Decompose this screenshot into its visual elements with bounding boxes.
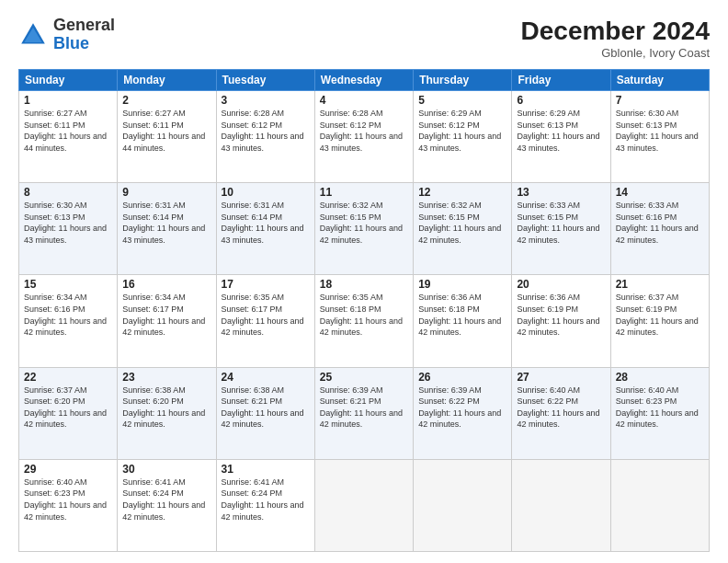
day-number: 9 xyxy=(122,186,210,199)
week-row-3: 15 Sunrise: 6:34 AMSunset: 6:16 PMDaylig… xyxy=(19,275,710,367)
day-number: 27 xyxy=(517,371,605,384)
day-number: 17 xyxy=(222,278,310,291)
day-number: 5 xyxy=(418,94,506,107)
day-number: 2 xyxy=(122,94,210,107)
header: General Blue December 2024 Gblonle, Ivor… xyxy=(18,17,710,60)
empty-cell xyxy=(512,459,610,551)
day-info: Sunrise: 6:38 AMSunset: 6:20 PMDaylight:… xyxy=(122,385,205,430)
day-cell-1: 1 Sunrise: 6:27 AMSunset: 6:11 PMDayligh… xyxy=(19,91,118,183)
day-info: Sunrise: 6:27 AMSunset: 6:11 PMDaylight:… xyxy=(122,109,205,153)
day-info: Sunrise: 6:38 AMSunset: 6:21 PMDaylight:… xyxy=(222,385,304,430)
day-info: Sunrise: 6:34 AMSunset: 6:16 PMDaylight:… xyxy=(24,293,107,337)
day-info: Sunrise: 6:35 AMSunset: 6:17 PMDaylight:… xyxy=(222,293,304,337)
day-number: 14 xyxy=(616,186,704,199)
day-info: Sunrise: 6:40 AMSunset: 6:23 PMDaylight:… xyxy=(24,477,107,522)
day-number: 21 xyxy=(616,278,704,291)
day-number: 1 xyxy=(24,94,112,107)
logo-icon xyxy=(18,20,48,50)
page: General Blue December 2024 Gblonle, Ivor… xyxy=(0,0,728,563)
day-number: 3 xyxy=(222,94,310,107)
day-cell-26: 26 Sunrise: 6:39 AMSunset: 6:22 PMDaylig… xyxy=(414,367,512,459)
day-info: Sunrise: 6:33 AMSunset: 6:16 PMDaylight:… xyxy=(616,201,699,245)
day-number: 4 xyxy=(320,94,408,107)
day-cell-17: 17 Sunrise: 6:35 AMSunset: 6:17 PMDaylig… xyxy=(216,275,314,367)
location: Gblonle, Ivory Coast xyxy=(521,46,710,60)
day-number: 12 xyxy=(418,186,506,199)
day-cell-8: 8 Sunrise: 6:30 AMSunset: 6:13 PMDayligh… xyxy=(19,183,118,275)
day-info: Sunrise: 6:32 AMSunset: 6:15 PMDaylight:… xyxy=(320,201,403,245)
calendar: Sunday Monday Tuesday Wednesday Thursday… xyxy=(18,69,710,552)
logo: General Blue xyxy=(18,17,115,53)
day-number: 11 xyxy=(320,186,408,199)
empty-cell xyxy=(414,459,512,551)
day-cell-18: 18 Sunrise: 6:35 AMSunset: 6:18 PMDaylig… xyxy=(314,275,413,367)
day-number: 18 xyxy=(320,278,408,291)
day-info: Sunrise: 6:39 AMSunset: 6:22 PMDaylight:… xyxy=(418,385,501,430)
day-number: 31 xyxy=(222,463,310,476)
day-number: 6 xyxy=(517,94,605,107)
header-row: Sunday Monday Tuesday Wednesday Thursday… xyxy=(19,70,710,91)
week-row-4: 22 Sunrise: 6:37 AMSunset: 6:20 PMDaylig… xyxy=(19,367,710,459)
col-thursday: Thursday xyxy=(414,70,512,91)
logo-text: General Blue xyxy=(53,17,115,53)
day-cell-15: 15 Sunrise: 6:34 AMSunset: 6:16 PMDaylig… xyxy=(19,275,118,367)
day-cell-20: 20 Sunrise: 6:36 AMSunset: 6:19 PMDaylig… xyxy=(512,275,610,367)
day-info: Sunrise: 6:36 AMSunset: 6:19 PMDaylight:… xyxy=(517,293,599,337)
col-monday: Monday xyxy=(118,70,216,91)
day-info: Sunrise: 6:31 AMSunset: 6:14 PMDaylight:… xyxy=(122,201,205,245)
col-tuesday: Tuesday xyxy=(216,70,314,91)
day-info: Sunrise: 6:35 AMSunset: 6:18 PMDaylight:… xyxy=(320,293,403,337)
day-number: 28 xyxy=(616,371,704,384)
day-number: 7 xyxy=(616,94,704,107)
title-area: December 2024 Gblonle, Ivory Coast xyxy=(521,17,710,60)
day-info: Sunrise: 6:29 AMSunset: 6:13 PMDaylight:… xyxy=(517,109,599,153)
day-info: Sunrise: 6:37 AMSunset: 6:20 PMDaylight:… xyxy=(24,385,107,430)
day-cell-13: 13 Sunrise: 6:33 AMSunset: 6:15 PMDaylig… xyxy=(512,183,610,275)
day-cell-6: 6 Sunrise: 6:29 AMSunset: 6:13 PMDayligh… xyxy=(512,91,610,183)
day-number: 23 xyxy=(122,371,210,384)
day-number: 15 xyxy=(24,278,112,291)
week-row-2: 8 Sunrise: 6:30 AMSunset: 6:13 PMDayligh… xyxy=(19,183,710,275)
day-cell-11: 11 Sunrise: 6:32 AMSunset: 6:15 PMDaylig… xyxy=(314,183,413,275)
day-info: Sunrise: 6:29 AMSunset: 6:12 PMDaylight:… xyxy=(418,109,501,153)
day-info: Sunrise: 6:40 AMSunset: 6:22 PMDaylight:… xyxy=(517,385,599,430)
week-row-1: 1 Sunrise: 6:27 AMSunset: 6:11 PMDayligh… xyxy=(19,91,710,183)
day-info: Sunrise: 6:40 AMSunset: 6:23 PMDaylight:… xyxy=(616,385,699,430)
day-cell-23: 23 Sunrise: 6:38 AMSunset: 6:20 PMDaylig… xyxy=(118,367,216,459)
col-sunday: Sunday xyxy=(19,70,118,91)
day-cell-14: 14 Sunrise: 6:33 AMSunset: 6:16 PMDaylig… xyxy=(610,183,709,275)
day-cell-2: 2 Sunrise: 6:27 AMSunset: 6:11 PMDayligh… xyxy=(118,91,216,183)
col-friday: Friday xyxy=(512,70,610,91)
day-cell-30: 30 Sunrise: 6:41 AMSunset: 6:24 PMDaylig… xyxy=(118,459,216,551)
day-info: Sunrise: 6:28 AMSunset: 6:12 PMDaylight:… xyxy=(222,109,304,153)
day-info: Sunrise: 6:30 AMSunset: 6:13 PMDaylight:… xyxy=(616,109,699,153)
day-cell-5: 5 Sunrise: 6:29 AMSunset: 6:12 PMDayligh… xyxy=(414,91,512,183)
week-row-5: 29 Sunrise: 6:40 AMSunset: 6:23 PMDaylig… xyxy=(19,459,710,551)
day-info: Sunrise: 6:32 AMSunset: 6:15 PMDaylight:… xyxy=(418,201,501,245)
day-number: 19 xyxy=(418,278,506,291)
day-cell-25: 25 Sunrise: 6:39 AMSunset: 6:21 PMDaylig… xyxy=(314,367,413,459)
day-info: Sunrise: 6:41 AMSunset: 6:24 PMDaylight:… xyxy=(222,477,304,522)
logo-general: General xyxy=(53,16,115,34)
day-cell-4: 4 Sunrise: 6:28 AMSunset: 6:12 PMDayligh… xyxy=(314,91,413,183)
day-cell-7: 7 Sunrise: 6:30 AMSunset: 6:13 PMDayligh… xyxy=(610,91,709,183)
day-number: 22 xyxy=(24,371,112,384)
empty-cell xyxy=(610,459,709,551)
col-saturday: Saturday xyxy=(610,70,709,91)
day-info: Sunrise: 6:31 AMSunset: 6:14 PMDaylight:… xyxy=(222,201,304,245)
day-info: Sunrise: 6:37 AMSunset: 6:19 PMDaylight:… xyxy=(616,293,699,337)
day-number: 29 xyxy=(24,463,112,476)
col-wednesday: Wednesday xyxy=(314,70,413,91)
day-cell-28: 28 Sunrise: 6:40 AMSunset: 6:23 PMDaylig… xyxy=(610,367,709,459)
day-cell-31: 31 Sunrise: 6:41 AMSunset: 6:24 PMDaylig… xyxy=(216,459,314,551)
day-info: Sunrise: 6:41 AMSunset: 6:24 PMDaylight:… xyxy=(122,477,205,522)
empty-cell xyxy=(314,459,413,551)
day-cell-10: 10 Sunrise: 6:31 AMSunset: 6:14 PMDaylig… xyxy=(216,183,314,275)
day-number: 8 xyxy=(24,186,112,199)
logo-blue: Blue xyxy=(53,34,89,52)
day-number: 24 xyxy=(222,371,310,384)
day-cell-12: 12 Sunrise: 6:32 AMSunset: 6:15 PMDaylig… xyxy=(414,183,512,275)
month-title: December 2024 xyxy=(521,17,710,46)
day-cell-24: 24 Sunrise: 6:38 AMSunset: 6:21 PMDaylig… xyxy=(216,367,314,459)
day-number: 30 xyxy=(122,463,210,476)
